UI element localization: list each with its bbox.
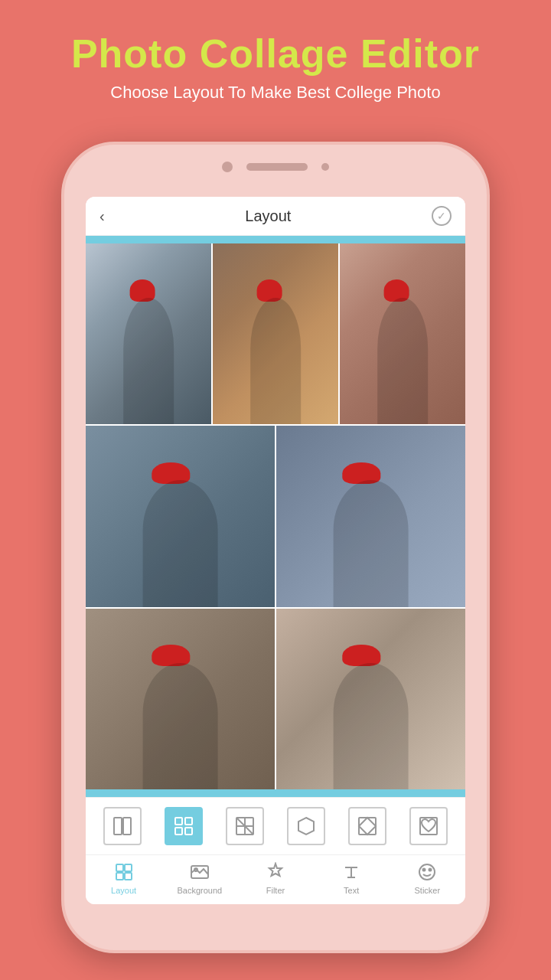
phone-screen: ‹ Layout ✓ <box>86 197 465 904</box>
header-section: Photo Collage Editor Choose Layout To Ma… <box>0 0 551 118</box>
svg-rect-0 <box>114 818 122 835</box>
svg-rect-1 <box>123 818 131 835</box>
phone-speaker <box>246 163 308 171</box>
layout-selector <box>86 797 465 854</box>
filter-label: Filter <box>266 886 285 895</box>
svg-marker-10 <box>298 818 314 835</box>
top-accent-bar <box>86 236 465 243</box>
screen-title: Layout <box>245 207 291 225</box>
text-label: Text <box>344 886 359 895</box>
photo-cell-4[interactable] <box>86 426 276 606</box>
svg-rect-13 <box>116 864 123 871</box>
app-subtitle: Choose Layout To Make Best College Photo <box>0 83 551 103</box>
photo-cell-6[interactable] <box>86 609 276 789</box>
svg-rect-2 <box>175 818 182 825</box>
confirm-button[interactable]: ✓ <box>432 206 452 226</box>
layout-label: Layout <box>111 886 136 895</box>
sticker-icon <box>416 861 438 883</box>
photo-cell-3[interactable] <box>340 243 465 424</box>
photo-row-3 <box>86 609 465 789</box>
nav-item-layout[interactable]: Layout <box>97 861 151 895</box>
svg-point-23 <box>423 869 425 871</box>
sticker-label: Sticker <box>415 886 441 895</box>
layout-option-diagonal[interactable] <box>226 807 264 845</box>
nav-item-sticker[interactable]: Sticker <box>400 861 454 895</box>
svg-point-22 <box>419 864 435 880</box>
filter-icon <box>265 861 286 883</box>
background-icon <box>189 861 210 883</box>
app-header: ‹ Layout ✓ <box>86 197 465 236</box>
svg-rect-4 <box>175 828 182 835</box>
layout-icon <box>113 861 135 883</box>
back-button[interactable]: ‹ <box>99 207 105 225</box>
photo-cell-2[interactable] <box>213 243 340 424</box>
layout-option-two-col[interactable] <box>103 807 142 845</box>
background-label: Background <box>177 886 222 895</box>
bottom-accent-bar <box>86 789 465 797</box>
svg-rect-14 <box>125 864 132 871</box>
photo-cell-5[interactable] <box>276 426 465 606</box>
nav-item-text[interactable]: Text <box>324 861 378 895</box>
phone-sensor <box>321 163 329 171</box>
svg-rect-16 <box>125 873 132 880</box>
text-icon <box>341 861 362 883</box>
svg-rect-11 <box>359 818 376 835</box>
photo-row-2 <box>86 426 465 608</box>
svg-rect-5 <box>185 828 192 835</box>
photo-cell-7[interactable] <box>276 609 465 789</box>
svg-point-24 <box>429 869 432 871</box>
layout-option-hexagon[interactable] <box>287 807 325 845</box>
nav-item-filter[interactable]: Filter <box>249 861 302 895</box>
phone-notch <box>222 162 329 172</box>
photo-cell-1[interactable] <box>86 243 213 424</box>
photo-row-1 <box>86 243 465 426</box>
nav-item-background[interactable]: Background <box>173 861 227 895</box>
svg-rect-3 <box>185 818 192 825</box>
phone-camera <box>222 162 233 172</box>
layout-option-diamond[interactable] <box>348 807 386 845</box>
svg-rect-15 <box>116 873 123 880</box>
photo-grid <box>86 243 465 789</box>
phone-frame: ‹ Layout ✓ <box>61 142 490 953</box>
bottom-nav: Layout Background <box>86 854 465 904</box>
app-title: Photo Collage Editor <box>0 31 551 77</box>
layout-option-heart[interactable] <box>409 807 448 845</box>
layout-option-four-grid[interactable] <box>165 807 203 845</box>
